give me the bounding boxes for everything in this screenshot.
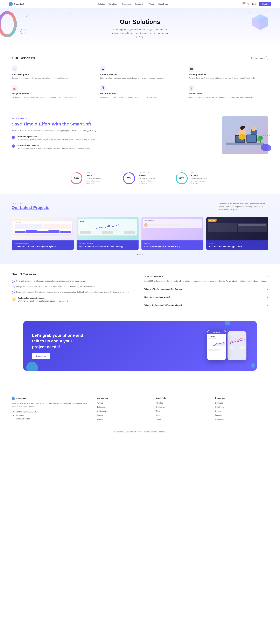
- accordion-title-4: What is the SmartSoft's IT solution bene…: [144, 304, 184, 306]
- why-dot-pattern: [263, 135, 271, 137]
- footer-link-signup[interactable]: Sign Up: [156, 418, 162, 420]
- footer-link-pricing[interactable]: Pricing: [97, 418, 103, 420]
- svg-point-20: [257, 138, 261, 141]
- footer-link-customer-story[interactable]: Customer Story: [97, 410, 109, 412]
- stat-title-clients: Clients: [86, 174, 105, 177]
- footer-logo-icon: [12, 397, 15, 400]
- contact-support-link[interactable]: contact support: [56, 300, 68, 302]
- best-it-point-text-2: Design and create the finest product we …: [16, 285, 96, 288]
- carousel-dot-3[interactable]: [142, 254, 143, 255]
- nav-right: 🛒 1 🔍 Login Sign Up: [242, 2, 271, 6]
- best-support-title: Technical or account support: [18, 297, 68, 299]
- hero-circle-small: [26, 16, 28, 17]
- footer-link-whyus[interactable]: Why us: [97, 402, 103, 404]
- footer-link-login[interactable]: Login: [156, 414, 160, 416]
- footer-top: SmartSoft SmartSoft specializes in techn…: [12, 397, 268, 422]
- accordion-toggle-2[interactable]: ∨: [267, 288, 268, 291]
- accordion-toggle-4[interactable]: ∨: [267, 304, 268, 307]
- footer-link-download[interactable]: Download: [215, 402, 223, 404]
- accordion-toggle-1[interactable]: ∧: [267, 275, 268, 278]
- logo-text: SmartSoft: [14, 3, 24, 5]
- service-title-1: Web Development: [12, 73, 91, 76]
- why-point-1: ✓ First Working Process For startups and…: [12, 136, 213, 141]
- service-desc-4: We provide unparalleled value optimizing…: [12, 96, 91, 99]
- cart-icon[interactable]: 🛒 1: [242, 3, 245, 6]
- search-icon[interactable]: 🔍: [247, 3, 250, 6]
- footer-link-faq[interactable]: FAQ: [156, 410, 160, 412]
- nav-pricing[interactable]: Pricing: [148, 3, 154, 5]
- service-desc-3: We help clients clarify their vision for…: [189, 77, 268, 80]
- footer-link-enterprise[interactable]: Enterprise: [97, 406, 105, 408]
- project-card-2[interactable]: $5,90. →: [77, 217, 139, 250]
- cta-section: Let's grab your phone and talk to us abo…: [23, 321, 257, 370]
- stat-title-experts: Experts: [191, 174, 210, 177]
- project-card-img-1: Dashboard: [12, 217, 74, 240]
- project-tag-2: Technology, Software: [79, 243, 136, 244]
- service-item-6: 💡 Business Idea As an app developer, you…: [189, 86, 268, 99]
- signup-button[interactable]: Sign Up: [259, 2, 271, 6]
- nav-login[interactable]: Login: [252, 3, 257, 5]
- projects-tag: CASE STUDIES: [12, 202, 49, 204]
- service-title-6: Business Idea: [189, 92, 268, 95]
- service-icon-6: 💡: [189, 86, 194, 91]
- stat-value-clients: 70%: [74, 177, 79, 180]
- best-it-point-text-3: Focus on the essential. Cultivate openne…: [16, 291, 129, 294]
- why-point-content-1: First Working Process For startups and g…: [17, 136, 95, 141]
- project-title-4: IPA – Investment Mobile Apps Group: [209, 245, 266, 248]
- project-title-2: IMpa – Influencer 4.0 with new update te…: [79, 245, 136, 248]
- cta-blob-teal-2: [225, 321, 230, 325]
- stat-info-experts: SKILL Experts Our experience design arm,…: [191, 172, 210, 184]
- best-check-icon-3: ✓: [12, 291, 14, 294]
- hero-x-deco1: ✕: [238, 20, 239, 22]
- contact-us-button[interactable]: Contact Us: [32, 353, 50, 359]
- discover-more-button[interactable]: Discover more →: [251, 56, 268, 60]
- nav-solution[interactable]: Solution: [98, 3, 105, 5]
- project-card-3[interactable]: Better marketing?: [141, 217, 203, 250]
- footer-email: support@smartsoft.com: [12, 417, 91, 421]
- footer-bottom: Copyright © 2021 SmartSoft by JWSThemes.…: [12, 428, 268, 433]
- footer-link-guides[interactable]: Guides: [215, 410, 221, 412]
- accordion-item-4: What is the SmartSoft's IT solution bene…: [144, 301, 268, 309]
- why-point-icon-2: ✓: [12, 144, 15, 148]
- project-tag-4: Software: [209, 243, 266, 244]
- project-tag-1: Development, Business: [14, 243, 71, 244]
- service-title-2: Clould & DevOps: [100, 73, 180, 76]
- project-card-1[interactable]: Dashboard: [12, 217, 74, 250]
- nav-resources[interactable]: Resources: [122, 3, 131, 5]
- accordion-header-1[interactable]: Artificial Intelligence ∧: [144, 275, 268, 278]
- footer-link-partners[interactable]: Partners: [215, 414, 222, 416]
- service-item-1: 🖥 Web Development Development of custom …: [12, 66, 91, 80]
- footer-link-helpcenter[interactable]: Help Center: [215, 406, 225, 408]
- best-it-point-text-1: SmartSoft is designed and built as a sca…: [16, 280, 85, 282]
- best-it-support: ⚡ Technical or account support We're her…: [12, 297, 136, 302]
- hero-x-deco2: ✕: [36, 42, 38, 44]
- carousel-dot-2[interactable]: [139, 254, 141, 255]
- service-icon-4: 📊: [12, 86, 17, 91]
- stat-value-experts: 85%: [179, 177, 184, 180]
- nav-logo[interactable]: SmartSoft: [9, 2, 24, 6]
- best-it-section: Best IT Services ✓ SmartSoft is designed…: [0, 264, 280, 318]
- accordion-header-3[interactable]: How this technology works? ∨: [144, 296, 268, 299]
- footer-col-quick: Quick links About us Contact us FAQ Logi…: [156, 397, 209, 422]
- accordion-header-2[interactable]: What Are The Advantages Of Our Company? …: [144, 288, 268, 291]
- nav-bookdemo[interactable]: Book Demo: [158, 3, 168, 5]
- carousel-dot-1[interactable]: [137, 254, 138, 255]
- services-grid: 🖥 Web Development Development of custom …: [12, 66, 268, 99]
- project-tag-3: Software: [144, 243, 201, 244]
- accordion-item-3: How this technology works? ∨: [144, 293, 268, 301]
- footer-link-security[interactable]: Security: [97, 414, 104, 416]
- footer-link-contact[interactable]: Contact us: [156, 406, 165, 408]
- nav-company[interactable]: Company▾: [135, 3, 145, 5]
- best-support-content: Technical or account support We're here …: [18, 297, 68, 302]
- footer-link-about[interactable]: About us: [156, 402, 163, 404]
- stat-title-projects: Projects: [139, 174, 158, 177]
- services-title: Our Services: [12, 56, 35, 60]
- nav-developer[interactable]: Developer: [109, 3, 117, 5]
- footer-link-directories[interactable]: Directories: [215, 418, 224, 420]
- accordion-toggle-3[interactable]: ∨: [267, 296, 268, 299]
- footer-address-line: 1025 Division St, NY 10002, USA: [12, 410, 91, 414]
- project-card-4[interactable]: $420,550 Software IPA – Investm: [206, 217, 268, 250]
- accordion-header-4[interactable]: What is the SmartSoft's IT solution bene…: [144, 304, 268, 307]
- footer-address: 1025 Division St, NY 10002, USA +0125-25…: [12, 410, 91, 421]
- services-header: Our Services Discover more →: [12, 56, 268, 60]
